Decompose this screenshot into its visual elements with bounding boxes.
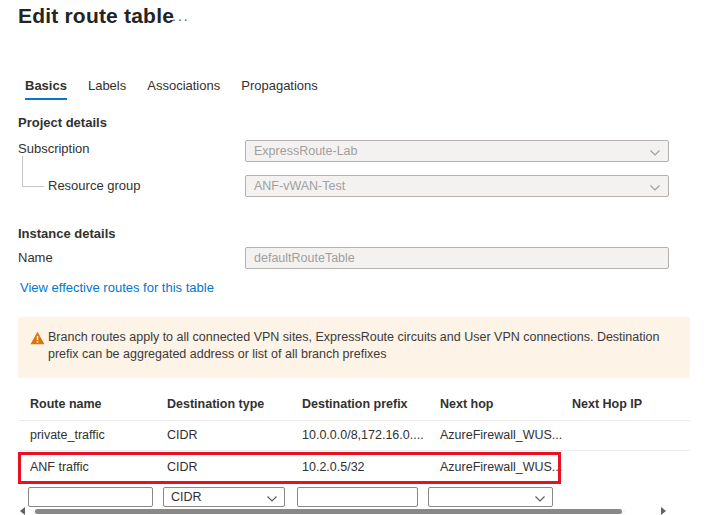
more-options-icon[interactable]: ... [172, 8, 190, 24]
chevron-down-icon [649, 147, 661, 161]
destination-type-select[interactable]: CIDR [163, 487, 285, 507]
tab-labels[interactable]: Labels [88, 78, 126, 100]
chevron-down-icon [649, 182, 661, 196]
subscription-value: ExpressRoute-Lab [254, 144, 358, 158]
resource-group-value: ANF-vWAN-Test [254, 179, 345, 193]
divider [18, 420, 690, 421]
destination-type-cell: CIDR [167, 428, 198, 442]
warning-banner: Branch routes apply to all connected VPN… [18, 317, 690, 378]
scroll-left-arrow-icon[interactable] [20, 507, 25, 515]
tab-associations[interactable]: Associations [147, 78, 220, 100]
col-header-next-hop-ip: Next Hop IP [572, 397, 642, 411]
route-name-cell: private_traffic [30, 428, 105, 442]
destination-type-select-value: CIDR [171, 490, 202, 504]
next-hop-cell: AzureFirewall_WUS... [440, 460, 562, 474]
name-label: Name [18, 250, 53, 265]
warning-text: Branch routes apply to all connected VPN… [48, 329, 666, 363]
name-value: defaultRouteTable [254, 251, 355, 265]
tab-bar: Basics Labels Associations Propagations [25, 78, 318, 100]
horizontal-scrollbar-thumb[interactable] [35, 509, 622, 514]
hierarchy-connector-line [22, 156, 44, 187]
destination-prefix-cell: 10.0.0.0/8,172.16.0.... [302, 428, 424, 442]
route-name-input[interactable] [28, 487, 153, 507]
route-name-cell: ANF traffic [30, 460, 89, 474]
destination-prefix-input[interactable] [297, 487, 418, 507]
subscription-dropdown: ExpressRoute-Lab [245, 140, 669, 162]
name-field: defaultRouteTable [245, 247, 669, 269]
chevron-down-icon [534, 493, 546, 507]
col-header-route-name: Route name [30, 397, 102, 411]
next-hop-cell: AzureFirewall_WUS... [440, 428, 562, 442]
edit-route-table-panel: Edit route table ... Basics Labels Assoc… [0, 0, 707, 515]
chevron-down-icon [266, 493, 278, 507]
resource-group-dropdown: ANF-vWAN-Test [245, 175, 669, 197]
resource-group-label: Resource group [48, 178, 141, 193]
scroll-right-arrow-icon[interactable] [661, 507, 666, 515]
col-header-next-hop: Next hop [440, 397, 493, 411]
destination-type-cell: CIDR [167, 460, 198, 474]
instance-details-heading: Instance details [18, 226, 116, 241]
warning-triangle-icon [30, 331, 45, 348]
view-effective-routes-link[interactable]: View effective routes for this table [20, 280, 214, 295]
subscription-label: Subscription [18, 141, 90, 156]
col-header-destination-type: Destination type [167, 397, 264, 411]
tab-basics[interactable]: Basics [25, 78, 67, 100]
divider [18, 450, 690, 451]
next-hop-select[interactable] [428, 487, 553, 507]
col-header-destination-prefix: Destination prefix [302, 397, 408, 411]
project-details-heading: Project details [18, 115, 107, 130]
destination-prefix-cell: 10.2.0.5/32 [302, 460, 365, 474]
tab-propagations[interactable]: Propagations [241, 78, 318, 100]
page-title: Edit route table [18, 4, 174, 28]
